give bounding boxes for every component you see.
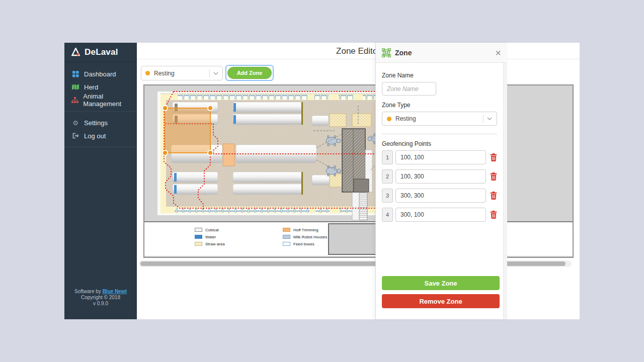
- panel-scrollbar-track[interactable]: [503, 63, 507, 319]
- zone-area-icon: A: [382, 48, 391, 57]
- delete-point-trash-icon[interactable]: [490, 211, 497, 219]
- geofence-point-row: 3: [382, 189, 497, 203]
- brand-name: DeLaval: [85, 47, 118, 57]
- panel-title: Zone: [395, 49, 412, 57]
- panel-buttons: Save Zone Remove Zone: [382, 276, 500, 308]
- map-legend-strip: Cubical Water Straw area Hoff Trimming M…: [144, 222, 573, 256]
- point-index-badge: 3: [382, 189, 393, 203]
- geofence-point-row: 2: [382, 169, 497, 184]
- barn-map-container: Cubical Water Straw area Hoff Trimming M…: [143, 84, 574, 258]
- sidebar-item-label: Settings: [84, 119, 108, 127]
- selected-zone[interactable]: [163, 106, 213, 155]
- sitemap-icon: [71, 97, 78, 103]
- zone-handle-bottom-right[interactable]: [208, 150, 213, 155]
- sidebar-footer: Software by Blue Newt Copyright © 2018 v…: [64, 289, 137, 307]
- zone-type-dot: [145, 71, 150, 75]
- remove-zone-button[interactable]: Remove Zone: [382, 294, 500, 308]
- sidebar-item-herd[interactable]: Herd: [64, 80, 137, 94]
- sidebar-nav: Dashboard Herd Animal Management ⚙ Setti…: [64, 62, 137, 147]
- geofence-point-row: 1: [382, 150, 497, 164]
- page-title: Zone Editor: [137, 43, 580, 59]
- delaval-logo-icon: [71, 48, 81, 57]
- point-coordinates-input[interactable]: [395, 150, 486, 164]
- add-zone-focus-ring: Add Zone: [225, 65, 274, 81]
- version-text: v 0.9.0: [64, 301, 137, 307]
- app-window: DeLaval Dashboard Herd Animal Management: [64, 43, 580, 319]
- svg-text:A: A: [385, 51, 388, 54]
- zone-type-dot: [387, 117, 391, 121]
- chevron-down-icon: [487, 117, 492, 120]
- section-divider: [382, 134, 497, 134]
- main-header: Zone Editor: [137, 43, 580, 59]
- sidebar-item-label: Herd: [84, 83, 98, 91]
- geofence-point-row: 4: [382, 208, 497, 222]
- blue-newt-link[interactable]: Blue Newt: [103, 289, 127, 294]
- sidebar-item-label: Animal Management: [83, 93, 137, 108]
- legend-swatch-hoff-trimming: [283, 228, 290, 232]
- dashboard-grid-icon: [71, 71, 79, 77]
- zone-handle-top-right[interactable]: [208, 106, 213, 111]
- point-index-badge: 4: [382, 208, 393, 222]
- end-cap: [301, 172, 303, 195]
- sidebar-item-label: Log out: [84, 132, 106, 140]
- copyright-text: Copyright © 2018: [64, 295, 137, 301]
- software-by-text: Software by: [74, 289, 103, 294]
- zone-handle-bottom-left[interactable]: [163, 150, 168, 155]
- barn-map-canvas[interactable]: [144, 85, 573, 222]
- zone-handle-top-left[interactable]: [163, 106, 168, 111]
- legend-swatch-straw: [195, 242, 202, 246]
- legend-swatch-milk-robot: [283, 235, 290, 239]
- zone-type-select[interactable]: Resting: [382, 112, 497, 126]
- point-index-badge: 1: [382, 150, 393, 164]
- sidebar-item-logout[interactable]: Log out: [64, 129, 137, 142]
- sidebar-item-dashboard[interactable]: Dashboard: [64, 67, 137, 80]
- legend-swatch-feed-boxes: [283, 242, 290, 246]
- sidebar-divider: [64, 147, 137, 147]
- point-coordinates-input[interactable]: [395, 169, 486, 184]
- zone-filter-value: Resting: [154, 70, 209, 77]
- legend-item: Cubical: [195, 226, 283, 233]
- sidebar-divider: [64, 111, 137, 112]
- point-coordinates-input[interactable]: [395, 208, 486, 222]
- hoof-trimming-area: [223, 144, 234, 166]
- gear-icon: ⚙: [71, 119, 79, 127]
- delete-point-trash-icon[interactable]: [490, 172, 497, 180]
- legend-item: Water: [195, 233, 283, 240]
- sidebar: DeLaval Dashboard Herd Animal Management: [64, 43, 137, 319]
- logout-icon: [71, 133, 79, 139]
- brand-logo: DeLaval: [64, 43, 137, 62]
- sidebar-item-settings[interactable]: ⚙ Settings: [64, 116, 137, 129]
- zone-type-value: Resting: [395, 115, 483, 122]
- end-cap: [301, 102, 303, 125]
- panel-header: A Zone ×: [376, 43, 507, 63]
- point-coordinates-input[interactable]: [395, 189, 486, 203]
- chevron-down-icon: [213, 72, 218, 75]
- add-zone-button[interactable]: Add Zone: [227, 67, 272, 79]
- legend-swatch-cubical: [195, 228, 202, 232]
- zone-properties-panel: A Zone × Zone Name Zone Type Resting Geo…: [375, 43, 507, 319]
- delete-point-trash-icon[interactable]: [490, 153, 497, 161]
- close-icon[interactable]: ×: [495, 48, 501, 58]
- zone-name-label: Zone Name: [382, 72, 497, 79]
- main-content: Zone Editor Resting Add Zone: [137, 43, 580, 319]
- herd-map-icon: [71, 84, 79, 90]
- zone-filter-select[interactable]: Resting: [141, 66, 223, 80]
- delete-point-trash-icon[interactable]: [490, 192, 497, 200]
- zone-type-label: Zone Type: [382, 102, 497, 109]
- sidebar-item-animal-management[interactable]: Animal Management: [64, 94, 137, 107]
- geofencing-points-label: Geofencing Points: [382, 140, 497, 147]
- panel-body: Zone Name Zone Type Resting Geofencing P…: [376, 63, 507, 222]
- sidebar-item-label: Dashboard: [84, 70, 116, 78]
- legend-swatch-water: [195, 235, 202, 239]
- zone-name-input[interactable]: [382, 82, 436, 96]
- barn-floor-plan: [144, 85, 573, 221]
- point-index-badge: 2: [382, 169, 393, 184]
- legend-item: Straw area: [195, 240, 283, 247]
- save-zone-button[interactable]: Save Zone: [382, 276, 500, 290]
